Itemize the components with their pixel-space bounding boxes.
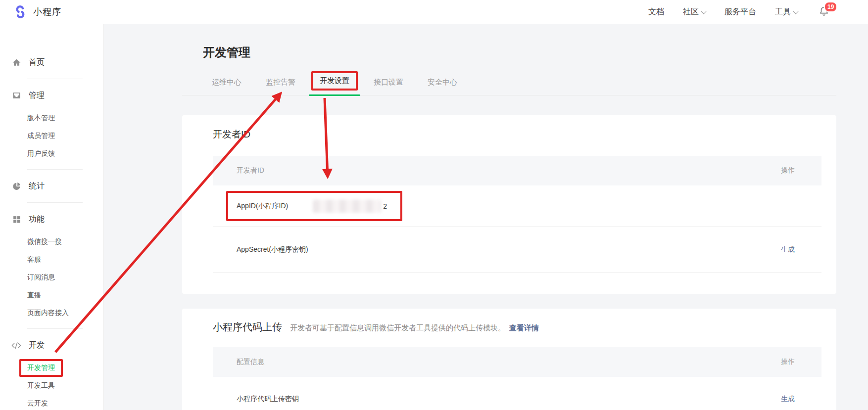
column-header-action: 操作	[781, 166, 795, 175]
nav-item-service-platform[interactable]: 服务平台	[724, 7, 756, 17]
tab-bar: 运维中心 监控告警 开发设置 接口设置 安全中心	[182, 70, 836, 95]
top-navbar: 小程序 文档 社区 服务平台 工具 19	[0, 0, 868, 24]
sidebar-group-management: 版本管理 成员管理 用户反馈	[0, 109, 103, 163]
chevron-down-icon	[701, 8, 706, 14]
column-header-action: 操作	[781, 358, 795, 366]
sidebar-item-features[interactable]: 功能	[0, 209, 103, 229]
main-content: 开发管理 运维中心 监控告警 开发设置 接口设置	[104, 24, 868, 410]
nav-item-tools[interactable]: 工具	[775, 7, 798, 17]
notification-bell-button[interactable]: 19	[819, 6, 829, 19]
divider	[27, 328, 83, 329]
appsecret-label: AppSecret(小程序密钥)	[237, 245, 308, 254]
sidebar-item-development[interactable]: 开发	[0, 335, 103, 355]
sidebar-item-member-management[interactable]: 成员管理	[0, 127, 103, 145]
logo-text: 小程序	[33, 6, 61, 18]
pie-chart-icon	[11, 181, 21, 191]
table-header: 配置信息 操作	[213, 347, 821, 377]
generate-upload-key-link[interactable]: 生成	[781, 395, 795, 404]
sidebar-item-user-feedback[interactable]: 用户反馈	[0, 145, 103, 163]
nav-item-community[interactable]: 社区	[683, 7, 706, 17]
miniprogram-logo-icon	[13, 4, 28, 19]
column-header-name: 开发者ID	[237, 166, 264, 175]
table-header: 开发者ID 操作	[213, 156, 821, 185]
sidebar-group-features: 微信搜一搜 客服 订阅消息 直播 页面内容接入	[0, 233, 103, 322]
tab-dev-settings[interactable]: 开发设置	[320, 70, 349, 95]
card-title: 开发者ID	[213, 128, 821, 141]
top-nav-links: 文档 社区 服务平台 工具 19	[648, 0, 829, 24]
divider	[27, 202, 83, 203]
sidebar-item-home[interactable]: 首页	[0, 52, 103, 72]
sidebar-item-live[interactable]: 直播	[0, 286, 103, 304]
annotation-box-dev-management: 开发管理	[19, 359, 63, 377]
nav-item-docs[interactable]: 文档	[648, 7, 664, 17]
sidebar-item-page-content[interactable]: 页面内容接入	[0, 304, 103, 322]
appid-value: 2	[313, 200, 387, 213]
code-upload-card: 小程序代码上传 开发者可基于配置信息调用微信开发者工具提供的代码上传模块。 查看…	[182, 309, 836, 410]
sidebar-item-dev-management[interactable]: 开发管理	[0, 359, 103, 377]
grid-icon	[11, 214, 21, 224]
app-logo[interactable]: 小程序	[13, 4, 61, 19]
home-icon	[11, 57, 21, 67]
sidebar-group-development: 开发管理 开发工具 云开发	[0, 359, 103, 410]
appid-label: AppID(小程序ID)	[237, 202, 288, 211]
generate-appsecret-link[interactable]: 生成	[781, 245, 795, 254]
appid-value-suffix: 2	[383, 202, 387, 210]
sidebar-item-dev-tools[interactable]: 开发工具	[0, 377, 103, 395]
upload-key-label: 小程序代码上传密钥	[237, 395, 299, 404]
view-details-link[interactable]: 查看详情	[509, 323, 539, 333]
sidebar: 首页 管理 版本管理 成员管理 用户反馈	[0, 24, 104, 410]
card-description: 开发者可基于配置信息调用微信开发者工具提供的代码上传模块。	[290, 323, 505, 333]
tab-security-center[interactable]: 安全中心	[428, 70, 457, 95]
sidebar-item-wechat-search[interactable]: 微信搜一搜	[0, 233, 103, 251]
card-title: 小程序代码上传	[213, 320, 282, 333]
notification-badge: 19	[824, 1, 837, 12]
annotation-box-dev-settings-tab: 开发设置	[311, 71, 358, 91]
divider	[27, 169, 83, 170]
tab-api-settings[interactable]: 接口设置	[374, 70, 403, 95]
sidebar-item-management[interactable]: 管理	[0, 86, 103, 105]
sidebar-item-cloud-dev[interactable]: 云开发	[0, 395, 103, 410]
developer-id-card: 开发者ID 开发者ID 操作 AppID(小程序ID) 2 AppSecret(…	[182, 115, 836, 294]
table-row-upload-key: 小程序代码上传密钥 生成	[213, 377, 821, 410]
table-row-appid: AppID(小程序ID) 2	[213, 185, 821, 227]
active-tab-underline	[309, 94, 360, 96]
chevron-down-icon	[793, 8, 798, 14]
table-row-appsecret: AppSecret(小程序密钥) 生成	[213, 227, 821, 273]
code-icon	[11, 340, 21, 350]
divider	[27, 79, 83, 79]
appid-masked-value	[313, 200, 381, 213]
tray-icon	[11, 91, 21, 100]
tab-monitor-alert[interactable]: 监控告警	[266, 70, 295, 95]
sidebar-item-version-management[interactable]: 版本管理	[0, 109, 103, 127]
sidebar-item-statistics[interactable]: 统计	[0, 176, 103, 196]
tab-ops-center[interactable]: 运维中心	[212, 70, 241, 95]
page-title: 开发管理	[203, 45, 836, 60]
column-header-name: 配置信息	[237, 358, 264, 366]
sidebar-item-subscribe-message[interactable]: 订阅消息	[0, 269, 103, 286]
sidebar-item-customer-service[interactable]: 客服	[0, 251, 103, 269]
